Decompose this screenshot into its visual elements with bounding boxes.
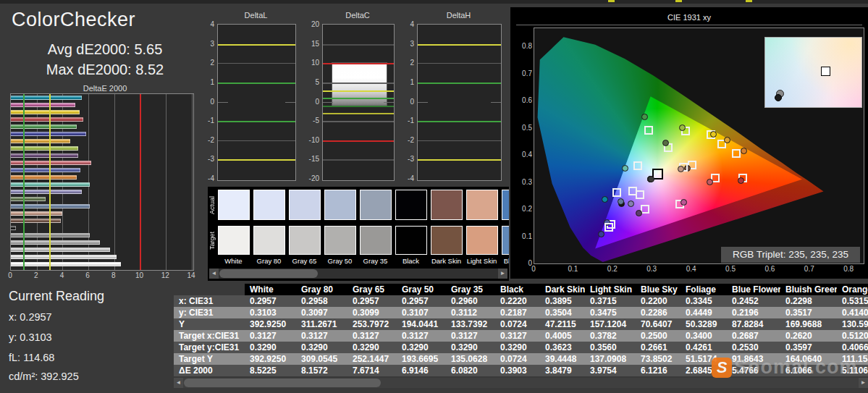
zero-line <box>285 102 295 103</box>
axis-tick-label: -4 <box>208 174 214 182</box>
row-header: Target Y <box>174 353 245 365</box>
swatch-scroll-thumb[interactable] <box>219 269 318 278</box>
target-marker-green <box>644 126 653 135</box>
avg-de2000: Avg dE2000: 5.65 <box>0 39 210 59</box>
reference-line <box>418 63 501 64</box>
deltac-chart-title: DeltaC <box>322 11 393 20</box>
deltae-bar-black <box>11 226 16 230</box>
table-cell: 0.3715 <box>585 295 636 307</box>
table-scrollbar[interactable]: ◄ ► <box>174 378 868 388</box>
table-cell: 87.8284 <box>727 318 780 330</box>
actual-swatch-gray-50 <box>324 190 356 220</box>
scroll-right-icon[interactable]: ► <box>498 269 507 279</box>
table-cell: 157.1204 <box>585 318 636 330</box>
axis-tick-label: 0.1 <box>563 265 582 273</box>
axis-tick-label: 0 <box>315 98 319 106</box>
table-cell: 39.4448 <box>540 353 585 365</box>
deltae-bar-light-skin <box>11 211 62 216</box>
inset-target-square <box>821 67 830 76</box>
swatch-comparison-panel: Actual Target WhiteGray 80Gray 65Gray 50… <box>208 187 509 281</box>
table-cell: 130.5936 <box>837 318 868 330</box>
axis-tick-label: -1 <box>408 117 414 124</box>
measured-marker-light-skin <box>678 166 684 172</box>
measured-marker-red <box>738 177 744 184</box>
measured-marker-moderate-red <box>707 179 713 185</box>
scroll-left-icon[interactable]: ◄ <box>174 378 183 388</box>
table-cell: 0.3290 <box>245 342 296 353</box>
table-cell: 194.0441 <box>397 318 446 330</box>
axis-tick-label: -10 <box>309 136 319 144</box>
reference-line <box>418 140 501 141</box>
axis-tick-label: 0 <box>210 98 214 106</box>
gridline <box>166 94 167 270</box>
column-header: Black <box>495 284 540 295</box>
cie-chart-title: CIE 1931 xy <box>516 13 862 25</box>
axis-tick-label: -1 <box>208 117 214 124</box>
table-cell: 3.9754 <box>585 365 636 376</box>
deltae-bar-gray-65 <box>11 248 110 252</box>
column-header: Gray 65 <box>347 284 397 295</box>
table-cell: 0.3400 <box>681 330 727 342</box>
swatch-label: Dark Skin <box>429 257 464 265</box>
column-header: Gray 80 <box>296 284 347 295</box>
reference-line <box>218 44 295 46</box>
table-cell: 6.1216 <box>636 365 681 376</box>
table-cell: 0.2200 <box>636 295 681 307</box>
deltac-y-labels: 20151050-5-10-15-20 <box>303 24 321 179</box>
deltae-bar-red <box>11 117 83 122</box>
table-cell: 0.4261 <box>681 342 727 353</box>
table-cell: 0.0724 <box>495 353 540 365</box>
table-cell: 0.2298 <box>780 295 837 307</box>
table-cell: 0.2530 <box>727 342 780 353</box>
cie-x-axis: 00.10.20.30.40.50.60.70.8 <box>534 265 863 274</box>
reference-line <box>323 121 394 122</box>
table-cell: 50.3289 <box>681 318 727 330</box>
deltae-chart-title: DeltaE 2000 <box>0 84 210 93</box>
deltae-bar-foliage <box>11 197 46 201</box>
measured-marker-orange <box>741 148 747 154</box>
table-cell: 5.4766 <box>727 365 780 376</box>
target-swatch-blue-sky <box>502 226 509 255</box>
tab-indicator <box>675 0 682 2</box>
table-cell: 0.3127 <box>347 330 397 342</box>
reference-line <box>218 140 295 141</box>
reference-line <box>323 113 394 114</box>
axis-tick-label: 8 <box>106 271 121 279</box>
colorchecker-screen: ColorChecker Avg dE2000: 5.65 Max dE2000… <box>0 0 868 393</box>
reference-line <box>418 44 501 46</box>
table-cell: 2.6845 <box>681 365 727 376</box>
deltah-chart <box>417 24 502 181</box>
swatch-label: Gray 50 <box>322 257 358 265</box>
axis-tick-label: 0.1 <box>512 232 532 240</box>
scroll-left-icon[interactable]: ◄ <box>209 269 219 279</box>
table-cell: 135.0628 <box>446 353 495 365</box>
axis-tick-label: -3 <box>408 155 414 163</box>
table-grid: WhiteGray 80Gray 65Gray 50Gray 35BlackDa… <box>174 284 868 376</box>
target-marker-cyan <box>612 188 621 197</box>
table-cell: 51.5174 <box>681 353 727 365</box>
table-cell: 0.3127 <box>296 330 347 342</box>
axis-tick-label: -5 <box>313 117 319 124</box>
axis-tick-label: -15 <box>309 155 319 163</box>
table-cell: 0.2687 <box>727 330 780 342</box>
table-scroll-thumb[interactable] <box>184 379 381 387</box>
measured-marker-yellow-green <box>679 124 686 131</box>
deltah-chart-title: DeltaH <box>417 11 500 20</box>
swatch-scrollbar[interactable]: ◄ ► <box>209 269 507 279</box>
current-reading-cdm2: cd/m²: 392.925 <box>9 371 79 382</box>
reference-line <box>140 94 141 270</box>
measured-marker-blue <box>598 231 604 237</box>
scroll-right-icon[interactable]: ► <box>859 378 868 388</box>
table-cell: 6.9146 <box>397 365 446 376</box>
column-header: Gray 35 <box>446 284 495 295</box>
axis-tick-label: 6 <box>80 271 95 279</box>
table-cell: 0.3903 <box>495 365 540 376</box>
axis-tick-label: 0.7 <box>800 265 819 273</box>
measured-marker-blue-flower <box>628 200 634 207</box>
swatch-label: White <box>216 257 251 265</box>
axis-tick-label: 0.8 <box>839 265 858 273</box>
axis-tick-label: 0.6 <box>512 96 532 104</box>
cie-chart-panel: CIE 1931 xy RGB Triplet: 235, 235, 235 0… <box>510 7 868 279</box>
axis-tick-label: -2 <box>408 136 414 144</box>
reference-line <box>218 83 295 84</box>
